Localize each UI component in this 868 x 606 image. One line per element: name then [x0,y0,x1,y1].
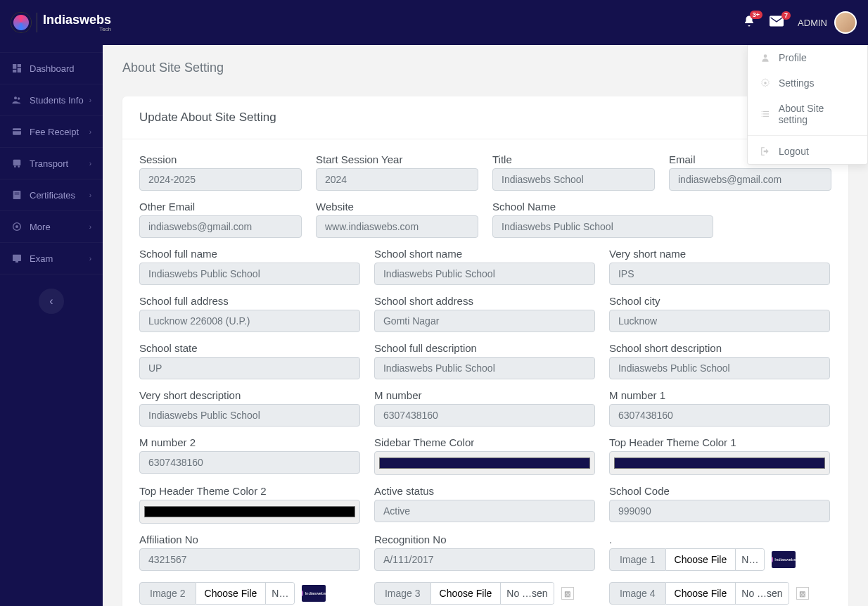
svg-rect-16 [15,193,20,194]
mnum2-input[interactable] [139,451,360,474]
start-year-label: Start Session Year [316,153,478,165]
vshort-desc-label: Very short description [139,389,360,401]
sidebar-collapse-button[interactable]: ‹ [39,289,64,314]
city-input[interactable] [609,310,830,332]
svg-point-19 [15,225,18,228]
image2-choose-button[interactable]: Choose File [196,583,267,604]
svg-rect-5 [763,113,769,114]
chevron-left-icon: ‹ [49,295,53,308]
full-name-input[interactable] [139,263,360,285]
messages-button[interactable]: 7 [770,15,784,30]
short-name-label: School short name [374,248,595,260]
dropdown-logout[interactable]: Logout [748,139,867,164]
title-input[interactable] [492,168,655,191]
svg-rect-2 [762,111,762,112]
affiliation-input[interactable] [139,548,360,571]
dropdown-about-site[interactable]: About Site setting [748,96,867,132]
svg-point-14 [18,165,20,168]
state-input[interactable] [139,357,360,379]
image4-label: Image 4 [609,582,666,605]
image1-label: Image 1 [609,548,666,571]
mnum2-label: M number 2 [139,436,360,448]
settings-card: Update About Site Setting Session Start … [122,96,848,606]
notif-badge: 3+ [750,11,762,19]
svg-rect-20 [13,255,21,261]
image3-broken-icon: ▨ [561,587,574,600]
svg-rect-21 [15,261,18,263]
image3-choose-button[interactable]: Choose File [431,583,502,604]
chevron-right-icon: › [89,255,91,263]
session-input[interactable] [139,168,302,191]
other-email-label: Other Email [139,201,302,213]
sidebar-item-dashboard[interactable]: Dashboard [0,52,103,84]
image1-choose-button[interactable]: Choose File [666,549,736,570]
vshort-name-label: Very short name [609,248,830,260]
recognition-input[interactable] [374,548,595,571]
exam-icon [11,253,23,264]
school-code-input[interactable] [609,500,830,522]
image3-filename: No …sen [501,583,553,604]
image4-broken-icon: ▨ [796,587,809,600]
svg-point-0 [764,54,767,58]
dropdown-profile[interactable]: Profile [748,45,867,70]
dropdown-divider [748,135,867,136]
mail-badge: 7 [781,11,791,20]
list-icon [760,109,770,119]
brand-logo[interactable]: Indiaswebs Tech [11,13,111,32]
active-input[interactable] [374,500,595,522]
title-label: Title [492,153,655,165]
sidebar-color-input[interactable] [374,451,595,475]
website-input[interactable] [316,215,478,238]
brand-name: Indiaswebs [43,13,111,27]
start-year-input[interactable] [316,168,478,191]
brand-sub: Tech [43,26,111,32]
email-input[interactable] [669,168,831,191]
vshort-name-input[interactable] [609,263,830,285]
short-name-input[interactable] [374,263,595,285]
vshort-desc-input[interactable] [139,404,360,427]
recognition-label: Recognition No [374,534,595,545]
full-addr-input[interactable] [139,310,360,332]
school-name-input[interactable] [492,215,713,238]
svg-rect-17 [15,194,20,195]
dropdown-settings[interactable]: Settings [748,70,867,96]
certificate-icon [11,189,23,201]
header-actions: 3+ 7 ADMIN [743,11,857,34]
svg-rect-3 [763,111,769,112]
chevron-right-icon: › [89,128,91,136]
full-desc-label: School full description [374,342,595,354]
sidebar-item-fee[interactable]: Fee Receipt › [0,116,103,148]
svg-rect-7 [763,116,769,117]
logout-icon [760,146,770,156]
top-header: Indiaswebs Tech 3+ 7 ADMIN [0,0,868,45]
avatar [834,11,857,34]
receipt-icon [11,126,23,137]
chevron-right-icon: › [89,191,91,199]
other-email-input[interactable] [139,215,302,238]
sidebar-item-exam[interactable]: Exam › [0,243,103,274]
sidebar-item-transport[interactable]: Transport › [0,148,103,179]
sidebar-item-more[interactable]: More › [0,211,103,243]
school-name-label: School Name [492,201,713,213]
header-color1-input[interactable] [609,451,830,475]
short-desc-input[interactable] [609,357,830,379]
sidebar-item-students[interactable]: Students Info › [0,84,103,116]
sidebar-item-certificates[interactable]: Certificates › [0,179,103,211]
header-color2-input[interactable] [139,500,360,524]
chevron-right-icon: › [89,160,91,168]
mnum-input[interactable] [374,404,595,427]
short-addr-input[interactable] [374,310,595,332]
image4-choose-button[interactable]: Choose File [666,583,736,604]
notifications-button[interactable]: 3+ [743,15,755,30]
svg-rect-6 [762,116,762,117]
card-title: Update About Site Setting [122,96,848,139]
session-label: Session [139,153,302,165]
affiliation-label: Affiliation No [139,534,360,545]
city-label: School city [609,295,830,307]
svg-rect-15 [13,191,21,199]
image3-label: Image 3 [374,582,431,605]
mnum1-input[interactable] [609,404,830,427]
full-desc-input[interactable] [374,357,595,379]
mnum1-label: M number 1 [609,389,830,401]
user-menu-trigger[interactable]: ADMIN [798,11,857,34]
